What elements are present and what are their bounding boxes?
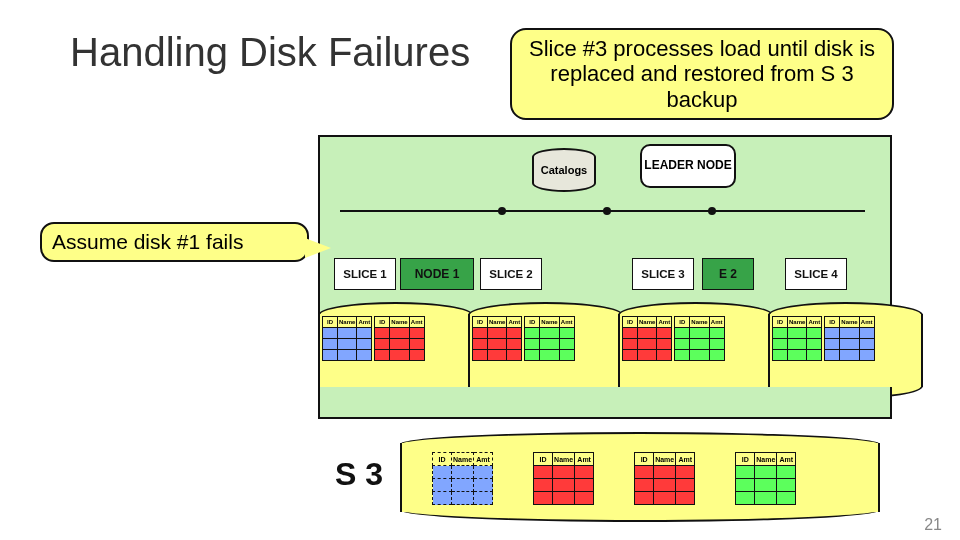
s3-tables-group: IDNameAmt IDNameAmt IDNameAmt IDNameAmt [432,452,796,505]
page-number: 21 [924,516,942,534]
node-1-label: NODE 1 [400,258,474,290]
s3-label: S 3 [335,456,383,493]
table-row: IDNameAmt [674,316,724,361]
slice-3-label: SLICE 3 [632,258,694,290]
s3-backup-3: IDNameAmt [634,452,695,505]
s3-backup-4: IDNameAmt [735,452,796,505]
disk-4: IDNameAmt IDNameAmt [768,310,923,395]
table-row: IDNameAmt [472,316,522,361]
interconnect-bus [340,210,865,212]
disk-1-tables: IDNameAmt IDNameAmt [322,316,425,361]
s3-backup-2: IDNameAmt [533,452,594,505]
leader-node: LEADER NODE [640,144,736,188]
slice-2-label: SLICE 2 [480,258,542,290]
node-2-partial: E 2 [702,258,754,290]
callout-slice3-restore: Slice #3 processes load until disk is re… [510,28,894,120]
s3-backup-1: IDNameAmt [432,452,493,505]
disk-4-tables: IDNameAmt IDNameAmt [772,316,875,361]
table-row: IDNameAmt [322,316,372,361]
table-row: IDNameAmt [374,316,424,361]
callout-disk1-fails: Assume disk #1 fails [40,222,309,262]
table-row: IDNameAmt [622,316,672,361]
disk-2: IDNameAmt IDNameAmt [468,310,623,395]
catalogs-cylinder: Catalogs [532,148,596,192]
table-row: IDNameAmt [824,316,874,361]
disk-1: IDNameAmt IDNameAmt [318,310,473,395]
table-row: IDNameAmt [524,316,574,361]
slice-1-label: SLICE 1 [334,258,396,290]
disk-2-tables: IDNameAmt IDNameAmt [472,316,575,361]
disk-3: IDNameAmt IDNameAmt [618,310,773,395]
disk-3-tables: IDNameAmt IDNameAmt [622,316,725,361]
slice-4-label: SLICE 4 [785,258,847,290]
page-title: Handling Disk Failures [70,30,470,75]
table-row: IDNameAmt [772,316,822,361]
